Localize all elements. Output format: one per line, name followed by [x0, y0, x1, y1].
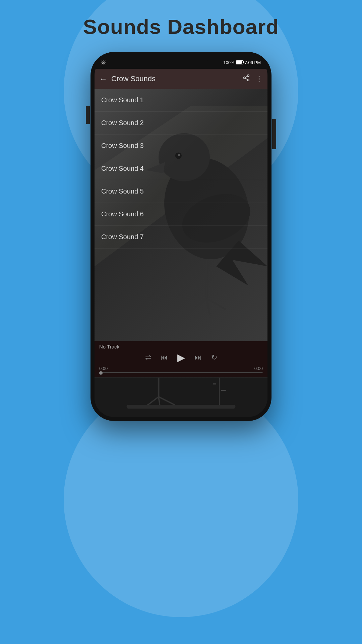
phone-inner: 🖼 100% 7:06 PM ← Crow Sounds [95, 56, 267, 417]
svg-point-2 [247, 79, 249, 81]
next-button[interactable]: ⏭ [194, 353, 202, 362]
notch [154, 56, 208, 66]
app-content: ← Crow Sounds [95, 69, 267, 417]
sounds-list-container: Crow Sound 1Crow Sound 2Crow Sound 3Crow… [95, 89, 267, 341]
status-icon: 🖼 [101, 60, 106, 65]
svg-rect-22 [127, 405, 236, 409]
more-options-icon[interactable]: ⋮ [255, 74, 263, 83]
phone-mockup: 🖼 100% 7:06 PM ← Crow Sounds [90, 52, 272, 421]
svg-line-4 [245, 76, 247, 77]
sounds-list: Crow Sound 1Crow Sound 2Crow Sound 3Crow… [95, 89, 267, 249]
sound-item-4[interactable]: Crow Sound 4 [95, 157, 267, 180]
player-times: 0:00 0:00 [99, 366, 263, 371]
sound-item-1[interactable]: Crow Sound 1 [95, 89, 267, 112]
svg-point-1 [244, 77, 246, 79]
phone-outer: 🖼 100% 7:06 PM ← Crow Sounds [90, 52, 272, 421]
status-time: 7:06 PM [245, 60, 261, 65]
player-track-name: No Track [99, 344, 263, 350]
page-title: Sounds Dashboard [0, 15, 362, 39]
svg-rect-17 [95, 378, 267, 416]
battery-icon [236, 60, 243, 64]
bottom-crow-area [95, 377, 267, 417]
app-bar-title: Crow Sounds [111, 74, 243, 83]
progress-dot [99, 371, 103, 375]
svg-line-14 [191, 298, 207, 311]
status-right: 100% 7:06 PM [223, 60, 261, 65]
time-current: 0:00 [99, 366, 108, 371]
sound-item-7[interactable]: Crow Sound 7 [95, 226, 267, 249]
bottom-crow-svg [95, 377, 267, 417]
player-bar: No Track ⇌ ⏮ ▶ ⏭ ↻ 0:00 0:00 [95, 341, 267, 377]
svg-line-3 [245, 78, 247, 79]
status-bar: 🖼 100% 7:06 PM [95, 56, 267, 69]
sound-item-2[interactable]: Crow Sound 2 [95, 112, 267, 135]
sound-item-3[interactable]: Crow Sound 3 [95, 135, 267, 157]
prev-button[interactable]: ⏮ [161, 353, 168, 362]
share-icon[interactable] [243, 74, 250, 84]
progress-bar[interactable] [99, 372, 263, 373]
svg-line-16 [206, 298, 226, 309]
repeat-button[interactable]: ↻ [211, 353, 217, 362]
shuffle-button[interactable]: ⇌ [145, 353, 151, 362]
time-total: 0:00 [254, 366, 263, 371]
svg-point-0 [247, 75, 249, 77]
battery-percent: 100% [223, 60, 234, 65]
player-controls: ⇌ ⏮ ▶ ⏭ ↻ [99, 352, 263, 363]
app-bar: ← Crow Sounds [95, 69, 267, 89]
sound-item-5[interactable]: Crow Sound 5 [95, 180, 267, 203]
play-button[interactable]: ▶ [177, 352, 185, 363]
app-bar-actions: ⋮ [243, 74, 263, 84]
back-button[interactable]: ← [99, 74, 107, 84]
sound-item-6[interactable]: Crow Sound 6 [95, 203, 267, 226]
